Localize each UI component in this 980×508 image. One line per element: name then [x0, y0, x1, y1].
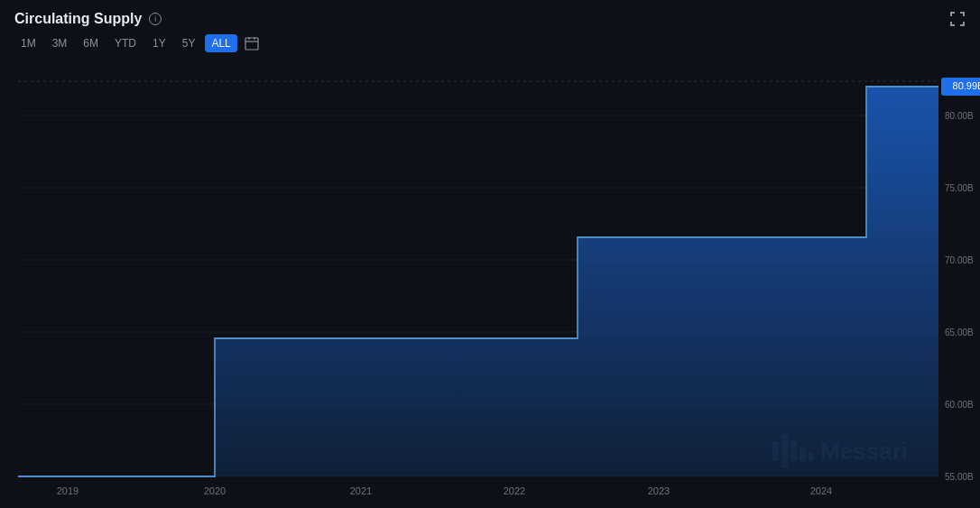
btn-1m[interactable]: 1M — [14, 34, 42, 52]
chart-svg: 80.99B 80.00B 75.00B 70.00B 65.00B 60.00… — [0, 61, 980, 504]
btn-3m[interactable]: 3M — [46, 34, 74, 52]
svg-text:2021: 2021 — [350, 485, 372, 496]
time-controls: 1M 3M 6M YTD 1Y 5Y ALL — [0, 34, 980, 61]
btn-5y[interactable]: 5Y — [176, 34, 202, 52]
svg-text:80.00B: 80.00B — [945, 111, 974, 121]
svg-text:2024: 2024 — [810, 485, 832, 496]
svg-text:70.00B: 70.00B — [945, 255, 974, 265]
svg-text:65.00B: 65.00B — [945, 328, 974, 337]
info-icon[interactable]: i — [149, 13, 162, 25]
btn-6m[interactable]: 6M — [77, 34, 105, 52]
btn-1y[interactable]: 1Y — [146, 34, 172, 52]
svg-text:2020: 2020 — [204, 485, 226, 496]
svg-rect-0 — [245, 38, 258, 50]
chart-container: Circulating Supply i 1M 3M 6M YTD 1Y 5Y … — [0, 0, 980, 508]
svg-text:75.00B: 75.00B — [945, 183, 974, 193]
svg-text:80.99B: 80.99B — [953, 80, 980, 91]
calendar-icon[interactable] — [245, 36, 259, 51]
svg-text:55.00B: 55.00B — [945, 472, 974, 482]
svg-text:2019: 2019 — [57, 485, 79, 496]
chart-area: 80.99B 80.00B 75.00B 70.00B 65.00B 60.00… — [0, 61, 980, 504]
chart-title: Circulating Supply — [14, 11, 142, 27]
btn-all[interactable]: ALL — [205, 34, 236, 52]
btn-ytd[interactable]: YTD — [108, 34, 143, 52]
svg-text:60.00B: 60.00B — [945, 400, 974, 410]
svg-text:2022: 2022 — [504, 485, 525, 496]
chart-area-fill — [18, 87, 938, 476]
fullscreen-icon[interactable] — [949, 11, 966, 31]
chart-header: Circulating Supply i — [0, 11, 980, 34]
svg-text:2023: 2023 — [648, 485, 670, 496]
